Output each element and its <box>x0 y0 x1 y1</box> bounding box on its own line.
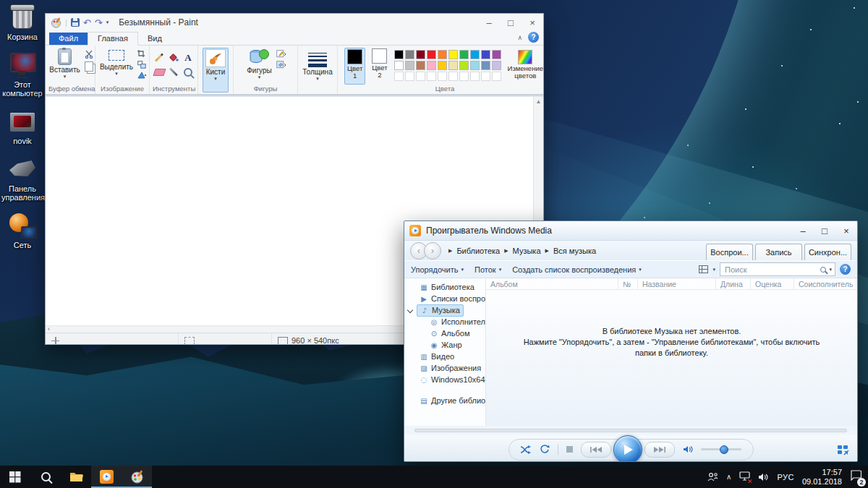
tree-item-playlists[interactable]: ▶Списки воспроизве <box>404 293 485 304</box>
palette-color[interactable] <box>394 72 404 81</box>
shuffle-button[interactable] <box>521 445 532 454</box>
tree-item-genre[interactable]: ◉Жанр <box>404 339 485 351</box>
pencil-tool-icon[interactable] <box>155 53 163 61</box>
customize-qat-caret[interactable]: ▾ <box>106 20 109 25</box>
stop-button[interactable] <box>566 446 573 453</box>
tree-item-other[interactable]: ▤Другие библиотеки <box>404 395 485 406</box>
help-button[interactable]: ? <box>528 32 539 43</box>
taskbar-paint-button[interactable] <box>122 466 152 488</box>
volume-icon[interactable] <box>758 473 769 481</box>
redo-button[interactable]: ↷ <box>95 18 103 27</box>
palette-color[interactable] <box>405 72 414 81</box>
palette-color[interactable] <box>416 50 425 59</box>
palette-color[interactable] <box>416 61 425 70</box>
repeat-button[interactable] <box>540 445 550 454</box>
column-header[interactable]: Длина <box>716 278 751 289</box>
fill-tool-icon[interactable] <box>169 53 179 62</box>
desktop-icon-ship[interactable]: Панель управления <box>1 155 43 202</box>
palette-color[interactable] <box>427 61 436 70</box>
eraser-tool-icon[interactable] <box>153 69 166 76</box>
tab-file[interactable]: Файл <box>49 33 88 45</box>
breadcrumb-item[interactable]: Музыка <box>513 247 541 255</box>
tree-item-artist[interactable]: ◎Исполнитель <box>404 316 485 328</box>
shapes-button[interactable]: Фигуры ▾ <box>244 48 273 85</box>
palette-color[interactable] <box>448 72 458 81</box>
color1-button[interactable]: Цвет 1 <box>344 48 365 85</box>
text-tool-icon[interactable]: A <box>184 53 191 62</box>
language-indicator[interactable]: РУС <box>777 473 794 481</box>
tree-item-pictures[interactable]: ▨Изображения <box>404 362 485 374</box>
wmp-title-bar[interactable]: Проигрыватель Windows Media – □ × <box>404 221 857 241</box>
shape-outline-icon[interactable] <box>276 50 286 58</box>
stream-button[interactable]: Поток▾ <box>475 265 501 274</box>
volume-slider[interactable] <box>701 448 741 450</box>
color2-button[interactable]: Цвет 2 <box>370 48 389 85</box>
column-header[interactable]: № <box>618 278 638 289</box>
minimize-button[interactable]: – <box>792 221 814 240</box>
rotate-icon[interactable] <box>137 72 147 80</box>
breadcrumb-item[interactable]: Библиотека <box>456 247 500 255</box>
play-button[interactable] <box>613 435 642 463</box>
maximize-button[interactable]: □ <box>814 221 835 240</box>
tree-item-disc[interactable]: ◌Windows10x64pro_r <box>404 374 485 385</box>
palette-color[interactable] <box>427 72 436 81</box>
magnifier-tool-icon[interactable] <box>184 68 192 77</box>
palette-color[interactable] <box>492 61 501 70</box>
organize-button[interactable]: Упорядочить▾ <box>411 265 464 274</box>
network-icon[interactable]: ✕ <box>739 471 750 484</box>
start-button[interactable] <box>0 466 30 488</box>
undo-button[interactable]: ↶ <box>83 18 91 27</box>
desktop-icon-net[interactable]: Сеть <box>1 211 43 249</box>
palette-color[interactable] <box>470 50 480 59</box>
search-caret-icon[interactable]: ▾ <box>829 267 832 272</box>
switch-to-now-playing-button[interactable] <box>837 445 849 455</box>
palette-color[interactable] <box>459 50 469 59</box>
view-options-icon[interactable] <box>699 265 708 273</box>
paste-button[interactable]: Вставить ▾ <box>47 48 82 85</box>
palette-color[interactable] <box>448 50 458 59</box>
taskbar-explorer-button[interactable] <box>61 466 91 488</box>
palette-color[interactable] <box>394 61 404 70</box>
palette-color[interactable] <box>459 72 469 81</box>
column-header[interactable]: Название <box>638 278 716 289</box>
crop-icon[interactable] <box>137 50 146 58</box>
breadcrumb-item[interactable]: Вся музыка <box>553 247 596 255</box>
select-button[interactable]: Выделить ▾ <box>98 48 135 85</box>
minimize-button[interactable]: – <box>478 14 500 31</box>
size-button[interactable]: Толщина ▾ <box>300 48 334 93</box>
palette-color[interactable] <box>481 61 490 70</box>
tree-item-library[interactable]: ▦Библиотека <box>404 281 485 293</box>
palette-color[interactable] <box>481 72 490 81</box>
palette-color[interactable] <box>438 50 447 59</box>
palette-color[interactable] <box>470 72 480 81</box>
tab-play[interactable]: Воспрои... <box>706 244 753 260</box>
action-center-button[interactable]: 2 <box>850 470 861 484</box>
palette-color[interactable] <box>492 50 501 59</box>
people-icon[interactable] <box>707 472 718 481</box>
next-button[interactable] <box>644 442 675 458</box>
mute-button[interactable] <box>683 445 693 453</box>
column-header[interactable]: Оценка <box>751 278 794 289</box>
resize-icon[interactable] <box>137 61 146 69</box>
palette-color[interactable] <box>405 61 414 70</box>
previous-button[interactable] <box>581 442 611 458</box>
tree-item-video[interactable]: ▥Видео <box>404 351 485 362</box>
shape-fill-icon[interactable] <box>276 61 286 69</box>
tab-sync[interactable]: Синхрон... <box>804 244 851 260</box>
palette-color[interactable] <box>405 50 414 59</box>
taskbar-search-button[interactable] <box>30 466 61 488</box>
palette-color[interactable] <box>427 50 436 59</box>
collapse-ribbon-icon[interactable]: ∧ <box>517 34 522 41</box>
column-header[interactable]: Соисполнитель <box>794 278 856 289</box>
paint-title-bar[interactable]: | ↶ ↷ ▾ Безымянный - Paint – □ × <box>46 14 543 31</box>
palette-color[interactable] <box>438 72 447 81</box>
hidden-icons-chevron[interactable]: ∧ <box>726 473 731 481</box>
forward-button[interactable]: › <box>424 242 441 260</box>
help-button[interactable]: ? <box>840 264 851 275</box>
palette-color[interactable] <box>416 72 425 81</box>
tree-item-album[interactable]: ⊙Альбом <box>404 328 485 339</box>
palette-color[interactable] <box>438 61 447 70</box>
palette-color[interactable] <box>459 61 469 70</box>
search-input[interactable] <box>723 265 817 275</box>
view-options-caret-icon[interactable]: ▾ <box>712 267 715 272</box>
